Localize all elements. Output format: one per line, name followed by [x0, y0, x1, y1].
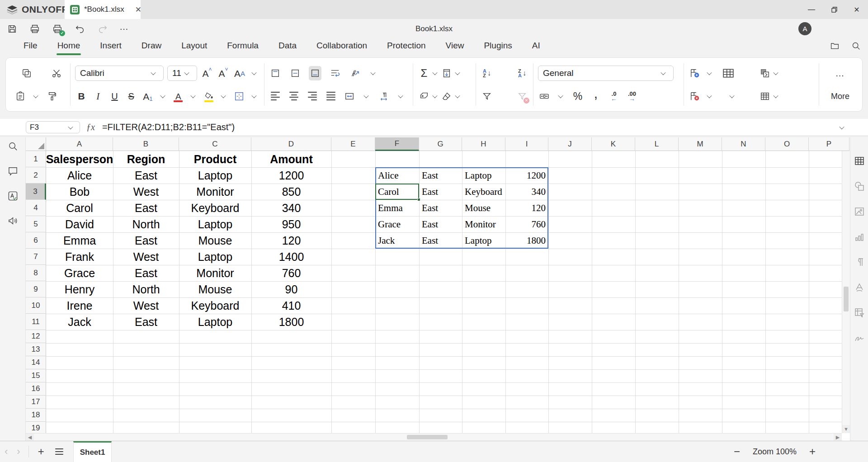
sum-dropdown[interactable] [432, 70, 437, 75]
column-header-E[interactable]: E [331, 137, 375, 151]
percent-style-button[interactable]: % [571, 89, 584, 104]
menu-tab-plugins[interactable]: Plugins [474, 39, 522, 54]
undo-button[interactable] [74, 23, 86, 35]
cell-A1[interactable]: Salesperson [46, 151, 113, 167]
cell-B9[interactable]: North [113, 281, 179, 297]
fill-down-button[interactable] [440, 66, 453, 80]
row-header-3[interactable]: 3 [26, 184, 46, 200]
sheet-tab[interactable]: Sheet1 [73, 441, 112, 462]
cell-G6[interactable]: East [419, 232, 462, 249]
search-panel-icon[interactable] [8, 141, 18, 153]
cell-I4[interactable]: 120 [505, 200, 548, 216]
column-header-I[interactable]: I [505, 137, 548, 151]
cell-B6[interactable]: East [113, 232, 179, 249]
cell-H4[interactable]: Mouse [462, 200, 505, 216]
row-header-10[interactable]: 10 [26, 297, 46, 314]
menu-tab-home[interactable]: Home [47, 39, 90, 54]
scroll-right-arrow[interactable]: ▶ [834, 434, 842, 441]
align-bottom-button[interactable] [309, 66, 321, 80]
cell-A5[interactable]: David [46, 216, 113, 232]
decrease-font-icon[interactable]: A˅ [217, 66, 230, 80]
cell-A11[interactable]: Jack [46, 314, 113, 330]
cell-style-gallery-dropdown[interactable] [729, 93, 734, 98]
cell-I3[interactable]: 340 [505, 184, 548, 200]
row-header-8[interactable]: 8 [26, 265, 46, 281]
copy-button[interactable] [20, 66, 33, 80]
row-header-11[interactable]: 11 [26, 314, 46, 330]
wrap-text-button[interactable] [329, 66, 341, 80]
insert-cells-button[interactable] [689, 66, 701, 80]
cell-B11[interactable]: East [113, 314, 179, 330]
cell-C9[interactable]: Mouse [179, 281, 251, 297]
cell-I5[interactable]: 760 [505, 216, 548, 232]
column-header-L[interactable]: L [635, 137, 679, 151]
cell-A9[interactable]: Henry [46, 281, 113, 297]
cell-D1[interactable]: Amount [251, 151, 331, 167]
table-template-button[interactable] [759, 89, 771, 104]
font-color-dropdown[interactable] [190, 93, 195, 98]
comma-style-button[interactable]: , [590, 89, 602, 104]
zoom-out-button[interactable]: − [734, 445, 740, 458]
column-header-O[interactable]: O [765, 137, 809, 151]
close-window-button[interactable]: ✕ [845, 0, 868, 19]
scroll-down-arrow[interactable]: ▼ [842, 425, 850, 433]
fill-handle[interactable] [417, 198, 420, 201]
cell-B5[interactable]: North [113, 216, 179, 232]
menu-tab-data[interactable]: Data [269, 39, 307, 54]
conditional-format-button[interactable] [759, 66, 771, 80]
column-header-H[interactable]: H [462, 137, 505, 151]
orientation-dropdown[interactable] [370, 70, 375, 75]
cell-G3[interactable]: East [419, 184, 462, 200]
cell-A2[interactable]: Alice [46, 167, 113, 184]
sort-az-button[interactable]: AZ↓ [481, 66, 493, 80]
delete-cells-button[interactable] [689, 89, 701, 104]
cut-button[interactable] [50, 66, 63, 80]
prev-sheet-button[interactable]: ‹ [0, 446, 12, 457]
toolbar-more-button[interactable]: … More [824, 61, 857, 108]
cell-D9[interactable]: 90 [251, 281, 331, 297]
image-settings-icon[interactable] [854, 206, 865, 219]
spellcheck-panel-icon[interactable] [8, 191, 18, 203]
cell-A4[interactable]: Carol [46, 200, 113, 216]
clear-dropdown[interactable] [455, 93, 460, 98]
signature-settings-icon[interactable] [854, 333, 865, 345]
cell-C2[interactable]: Laptop [179, 167, 251, 184]
align-left-button[interactable] [269, 89, 282, 104]
table-template-dropdown[interactable] [773, 93, 778, 98]
textart-settings-icon[interactable] [854, 282, 865, 295]
scroll-left-arrow[interactable]: ◀ [26, 434, 34, 441]
merge-cells-dropdown[interactable] [363, 93, 368, 98]
change-case-dropdown[interactable] [251, 70, 256, 75]
column-header-K[interactable]: K [592, 137, 635, 151]
feedback-panel-icon[interactable] [8, 216, 18, 228]
column-header-C[interactable]: C [179, 137, 251, 151]
sheet-list-button[interactable] [50, 448, 69, 455]
row-header-7[interactable]: 7 [26, 249, 46, 265]
font-size-select[interactable]: 11 [167, 66, 197, 81]
cell-B4[interactable]: East [113, 200, 179, 216]
sort-za-button[interactable]: ZA↓ [516, 66, 528, 80]
column-header-P[interactable]: P [809, 137, 849, 151]
cell-C5[interactable]: Laptop [179, 216, 251, 232]
borders-dropdown[interactable] [251, 93, 256, 98]
cell-D5[interactable]: 950 [251, 216, 331, 232]
increase-font-icon[interactable]: A˄ [201, 66, 213, 80]
restore-button[interactable] [823, 0, 845, 19]
subscript-dropdown[interactable] [160, 93, 165, 98]
accounting-style-button[interactable] [538, 89, 551, 104]
column-header-M[interactable]: M [679, 137, 722, 151]
cell-H3[interactable]: Keyboard [462, 184, 505, 200]
cell-B3[interactable]: West [113, 184, 179, 200]
vertical-scrollbar-thumb[interactable] [844, 287, 849, 311]
cell-A6[interactable]: Emma [46, 232, 113, 249]
format-painter-button[interactable] [46, 89, 58, 104]
column-header-B[interactable]: B [113, 137, 179, 151]
cell-A10[interactable]: Irene [46, 297, 113, 314]
menu-tab-layout[interactable]: Layout [171, 39, 217, 54]
cell-D3[interactable]: 850 [251, 184, 331, 200]
cell-settings-icon[interactable] [854, 156, 865, 168]
cell-C4[interactable]: Keyboard [179, 200, 251, 216]
menu-tab-view[interactable]: View [436, 39, 474, 54]
cell-C1[interactable]: Product [179, 151, 251, 167]
tab-close-icon[interactable]: ✕ [135, 5, 142, 14]
